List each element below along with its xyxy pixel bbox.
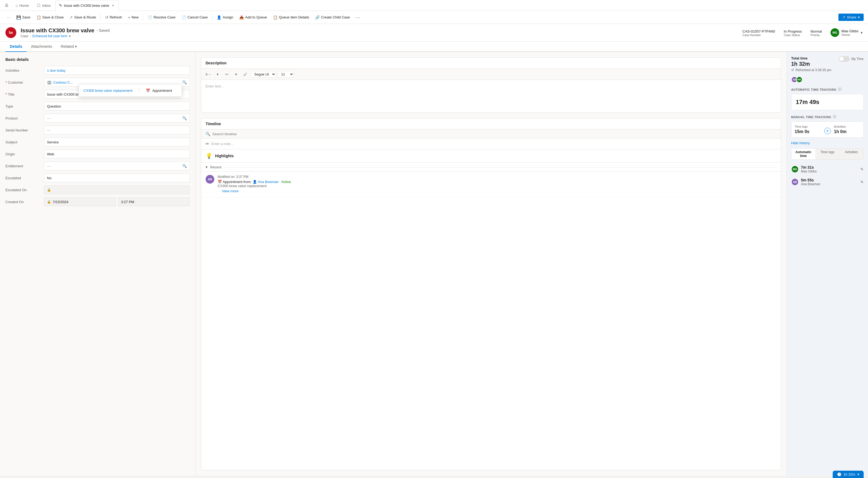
nav-tab-case[interactable]: ✎ Issue with CX300 brew valve ✕	[55, 0, 119, 11]
subject-label: Subject	[5, 140, 41, 144]
refresh-icon: ↺	[105, 15, 108, 20]
assign-button[interactable]: 👤 Assign	[214, 13, 236, 21]
undo-button[interactable]: ↩	[223, 70, 230, 78]
queue-details-icon: 📋	[273, 15, 278, 20]
case-priority-meta: Normal Priority	[810, 29, 822, 37]
resolve-case-button[interactable]: 📄 Resolve Case	[145, 13, 178, 21]
form-row-activities: Activities 1 due today	[5, 66, 190, 75]
refresh-button[interactable]: ↺ Refresh	[102, 13, 125, 21]
history-tab-logs[interactable]: Time logs	[815, 149, 839, 159]
hide-history-button[interactable]: Hide history	[791, 141, 864, 145]
entitlement-search-icon[interactable]: 🔍	[182, 164, 187, 168]
translate-chevron-button[interactable]: ▾	[214, 70, 221, 78]
note-input[interactable]: Enter a note...	[211, 142, 776, 146]
entry-avatar: AB	[206, 175, 214, 184]
add-time-log-button[interactable]: +	[824, 128, 831, 134]
collapse-owner-button[interactable]: ▾	[861, 30, 863, 35]
appointment-item[interactable]: 📅 Appointment	[146, 89, 172, 93]
new-button[interactable]: + New	[125, 13, 141, 21]
recent-chevron-icon[interactable]: ▾	[206, 165, 208, 169]
description-body[interactable]: Enter text...	[201, 80, 781, 113]
create-child-case-button[interactable]: 🔗 Create Child Case	[312, 13, 352, 21]
created-lock-icon: 🔒	[47, 200, 51, 204]
origin-field[interactable]: Web	[44, 150, 190, 158]
customer-link[interactable]: Contoso C...	[53, 81, 73, 85]
hamburger-menu[interactable]: ☰	[2, 1, 11, 10]
entry-from-name[interactable]: Ana Bowman	[258, 180, 279, 184]
related-chevron-icon: ▾	[75, 44, 77, 49]
entry-title: 📅 Appointment from: 👤 Ana Bowman Active	[218, 180, 776, 184]
tab-details[interactable]: Details	[5, 41, 27, 52]
form-row-entitlement: Entitlement --- 🔍	[5, 162, 190, 170]
title-label: * Title	[5, 92, 41, 96]
back-button[interactable]: ←	[4, 13, 13, 22]
serial-field[interactable]: ---	[44, 126, 190, 134]
save-close-button[interactable]: 📋 Save & Close	[34, 13, 66, 21]
basic-details-title: Basic details	[5, 57, 190, 62]
child-case-icon: 🔗	[315, 15, 320, 20]
redo-chevron-button[interactable]: ▾	[232, 70, 240, 78]
highlights-icon: 💡	[206, 153, 212, 159]
tab-attachments[interactable]: Attachments	[27, 41, 57, 52]
view-more-link[interactable]: View more	[218, 188, 776, 194]
font-size-selector[interactable]: 11	[278, 71, 294, 78]
more-options-button[interactable]: ⋯	[353, 13, 362, 22]
cmd-divider-2	[143, 14, 143, 21]
tab-close-button[interactable]: ✕	[111, 3, 115, 8]
font-selector[interactable]: Segoe UI	[251, 71, 276, 78]
top-nav: ☰ ⌂ Home ☐ Inbox ✎ Issue with CX300 brew…	[0, 0, 868, 11]
timeline-search: 🔍	[201, 130, 781, 138]
owner-area: MG Mae Gibbs Owner ▾	[831, 28, 863, 37]
description-section: Description A→ ▾ ↩ ▾ 🖊 Segoe UI 11	[201, 57, 781, 113]
timeline-search-input[interactable]	[212, 132, 776, 136]
nav-tab-case-label: Issue with CX300 brew valve	[64, 3, 109, 8]
share-button[interactable]: ↗ Share ▾	[838, 13, 864, 21]
product-field[interactable]: --- 🔍	[44, 114, 190, 123]
type-field[interactable]: Question	[44, 102, 190, 110]
queue-item-details-button[interactable]: 📋 Queue Item Details	[270, 13, 312, 21]
tab-related[interactable]: Related ▾	[57, 41, 81, 52]
form-type-link[interactable]: Enhanced full case form	[32, 34, 67, 38]
ab-edit-button[interactable]: ✎	[860, 180, 864, 184]
save-button[interactable]: 💾 Save	[13, 13, 33, 21]
cancel-icon: 📄	[181, 15, 186, 20]
recent-label: Recent	[210, 165, 221, 169]
translate-button[interactable]: A→	[205, 70, 212, 78]
form-row-created-on: Created On 🔒 7/23/2024 3:27 PM	[5, 197, 190, 206]
assign-icon: 👤	[217, 15, 221, 20]
mg-edit-button[interactable]: ✎	[860, 167, 864, 171]
case-avatar: lw	[5, 27, 16, 38]
history-tab-auto[interactable]: Automatic time	[792, 149, 815, 159]
cancel-case-button[interactable]: 📄 Cancel Case	[179, 13, 210, 21]
history-tab-activities[interactable]: Activities	[839, 149, 863, 159]
customer-search-icon[interactable]: 🔍	[182, 80, 187, 85]
my-time-switch[interactable]	[839, 56, 850, 62]
subject-field[interactable]: Service	[44, 138, 190, 147]
mg-name: Mae Gibbs	[801, 169, 858, 173]
history-avatar-mg: MG	[791, 165, 799, 173]
save-route-button[interactable]: ↗ Save & Route	[67, 13, 99, 21]
history-tabs: Automatic time Time logs Activities	[791, 148, 864, 160]
status-bar[interactable]: 🕐 1h 32m ▾	[833, 471, 864, 476]
escalated-on-label: Escalated On	[5, 188, 41, 192]
total-time-area: Total time 1h 32m	[791, 56, 810, 67]
refresh-info[interactable]: ↺ Refreshed at 3:38:35 pm	[791, 68, 864, 72]
highlights-section: 💡 Highlights	[201, 149, 781, 163]
escalated-field[interactable]: No	[44, 173, 190, 182]
inbox-icon: ☐	[37, 3, 40, 8]
add-to-queue-button[interactable]: 📥 Add to Queue	[237, 13, 270, 21]
form-row-product: Product --- 🔍	[5, 114, 190, 123]
nav-tab-inbox[interactable]: ☐ Inbox	[33, 0, 54, 11]
history-entry-ab-info: 5m 55s Ana Bowman	[801, 178, 858, 186]
hamburger-icon: ☰	[5, 3, 8, 8]
activities-link[interactable]: 1 due today	[47, 68, 65, 72]
entitlement-field[interactable]: --- 🔍	[44, 162, 190, 170]
status-bar-chevron-icon: ▾	[858, 472, 859, 476]
activities-field[interactable]: 1 due today	[44, 66, 190, 75]
time-logs-item: Time logs 15m 0s	[795, 125, 821, 134]
nav-tab-home[interactable]: ⌂ Home	[12, 0, 32, 11]
product-search-icon[interactable]: 🔍	[182, 116, 187, 120]
cx300-replacement-link[interactable]: CX300 brew valve replacement	[83, 89, 132, 93]
highlight-button[interactable]: 🖊	[242, 70, 249, 78]
my-time-toggle[interactable]: My Time	[839, 56, 864, 62]
